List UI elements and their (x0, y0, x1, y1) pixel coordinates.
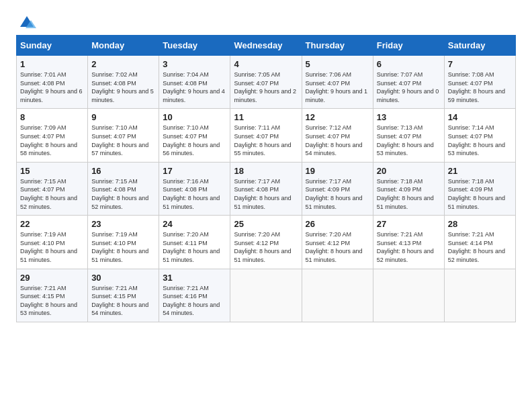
day-number: 7 (448, 59, 512, 69)
week-row-4: 22Sunrise: 7:19 AM Sunset: 4:10 PM Dayli… (17, 216, 516, 269)
day-info: Sunrise: 7:16 AM Sunset: 4:08 PM Dayligh… (163, 177, 226, 211)
day-info: Sunrise: 7:20 AM Sunset: 4:11 PM Dayligh… (163, 230, 226, 264)
calendar-cell: 27Sunrise: 7:21 AM Sunset: 4:13 PM Dayli… (373, 216, 444, 269)
day-info: Sunrise: 7:05 AM Sunset: 4:07 PM Dayligh… (234, 71, 298, 104)
calendar-cell: 6Sunrise: 7:07 AM Sunset: 4:07 PM Daylig… (373, 56, 444, 109)
day-number: 14 (448, 112, 512, 122)
week-row-2: 8Sunrise: 7:09 AM Sunset: 4:07 PM Daylig… (17, 109, 516, 162)
week-row-1: 1Sunrise: 7:01 AM Sunset: 4:08 PM Daylig… (17, 56, 516, 109)
week-row-5: 29Sunrise: 7:21 AM Sunset: 4:15 PM Dayli… (17, 269, 516, 322)
day-info: Sunrise: 7:17 AM Sunset: 4:08 PM Dayligh… (234, 177, 298, 211)
day-number: 9 (91, 112, 155, 122)
day-number: 3 (163, 59, 226, 69)
calendar-cell: 23Sunrise: 7:19 AM Sunset: 4:10 PM Dayli… (88, 216, 159, 269)
calendar-cell: 12Sunrise: 7:12 AM Sunset: 4:07 PM Dayli… (302, 109, 373, 162)
calendar-cell: 18Sunrise: 7:17 AM Sunset: 4:08 PM Dayli… (230, 162, 302, 215)
day-number: 18 (234, 166, 298, 176)
header (16, 13, 516, 28)
day-info: Sunrise: 7:15 AM Sunset: 4:08 PM Dayligh… (91, 177, 155, 211)
day-info: Sunrise: 7:20 AM Sunset: 4:12 PM Dayligh… (234, 230, 298, 264)
day-info: Sunrise: 7:20 AM Sunset: 4:12 PM Dayligh… (306, 230, 369, 264)
day-info: Sunrise: 7:19 AM Sunset: 4:10 PM Dayligh… (20, 230, 84, 264)
calendar-cell: 13Sunrise: 7:13 AM Sunset: 4:07 PM Dayli… (373, 109, 444, 162)
day-info: Sunrise: 7:21 AM Sunset: 4:15 PM Dayligh… (20, 284, 84, 318)
day-info: Sunrise: 7:14 AM Sunset: 4:07 PM Dayligh… (448, 124, 512, 157)
day-number: 6 (377, 59, 441, 69)
day-info: Sunrise: 7:07 AM Sunset: 4:07 PM Dayligh… (377, 71, 441, 104)
calendar-cell: 24Sunrise: 7:20 AM Sunset: 4:11 PM Dayli… (159, 216, 230, 269)
day-number: 30 (91, 273, 155, 283)
day-number: 13 (377, 112, 441, 122)
calendar-cell: 30Sunrise: 7:21 AM Sunset: 4:15 PM Dayli… (88, 269, 159, 322)
day-number: 25 (234, 219, 298, 229)
calendar-cell: 28Sunrise: 7:21 AM Sunset: 4:14 PM Dayli… (444, 216, 515, 269)
day-number: 20 (377, 166, 441, 176)
day-info: Sunrise: 7:21 AM Sunset: 4:15 PM Dayligh… (91, 284, 155, 318)
calendar-cell: 14Sunrise: 7:14 AM Sunset: 4:07 PM Dayli… (444, 109, 515, 162)
day-number: 2 (91, 59, 155, 69)
calendar-cell: 7Sunrise: 7:08 AM Sunset: 4:07 PM Daylig… (444, 56, 515, 109)
day-number: 19 (306, 166, 369, 176)
day-number: 16 (91, 166, 155, 176)
calendar-cell: 17Sunrise: 7:16 AM Sunset: 4:08 PM Dayli… (159, 162, 230, 215)
day-info: Sunrise: 7:17 AM Sunset: 4:09 PM Dayligh… (306, 177, 369, 211)
calendar-cell: 19Sunrise: 7:17 AM Sunset: 4:09 PM Dayli… (302, 162, 373, 215)
day-info: Sunrise: 7:06 AM Sunset: 4:07 PM Dayligh… (306, 71, 369, 104)
day-header-saturday: Saturday (444, 36, 515, 56)
day-info: Sunrise: 7:02 AM Sunset: 4:08 PM Dayligh… (91, 71, 155, 104)
calendar-cell (302, 269, 373, 322)
day-number: 8 (20, 112, 84, 122)
day-info: Sunrise: 7:18 AM Sunset: 4:09 PM Dayligh… (448, 177, 512, 211)
calendar-cell: 26Sunrise: 7:20 AM Sunset: 4:12 PM Dayli… (302, 216, 373, 269)
calendar-cell: 15Sunrise: 7:15 AM Sunset: 4:07 PM Dayli… (17, 162, 88, 215)
day-number: 22 (20, 219, 84, 229)
day-number: 23 (91, 219, 155, 229)
day-header-sunday: Sunday (17, 36, 88, 56)
calendar-cell: 8Sunrise: 7:09 AM Sunset: 4:07 PM Daylig… (17, 109, 88, 162)
logo-icon (17, 13, 36, 32)
calendar-cell: 11Sunrise: 7:11 AM Sunset: 4:07 PM Dayli… (230, 109, 302, 162)
day-number: 10 (163, 112, 226, 122)
day-info: Sunrise: 7:11 AM Sunset: 4:07 PM Dayligh… (234, 124, 298, 157)
day-info: Sunrise: 7:21 AM Sunset: 4:13 PM Dayligh… (377, 230, 441, 264)
day-number: 24 (163, 219, 226, 229)
day-number: 21 (448, 166, 512, 176)
calendar-cell: 3Sunrise: 7:04 AM Sunset: 4:08 PM Daylig… (159, 56, 230, 109)
day-number: 26 (306, 219, 369, 229)
day-number: 12 (306, 112, 369, 122)
calendar-cell: 16Sunrise: 7:15 AM Sunset: 4:08 PM Dayli… (88, 162, 159, 215)
day-info: Sunrise: 7:21 AM Sunset: 4:14 PM Dayligh… (448, 230, 512, 264)
calendar-cell: 5Sunrise: 7:06 AM Sunset: 4:07 PM Daylig… (302, 56, 373, 109)
day-header-wednesday: Wednesday (230, 36, 302, 56)
day-number: 11 (234, 112, 298, 122)
calendar-cell: 1Sunrise: 7:01 AM Sunset: 4:08 PM Daylig… (17, 56, 88, 109)
day-header-tuesday: Tuesday (159, 36, 230, 56)
calendar-cell: 2Sunrise: 7:02 AM Sunset: 4:08 PM Daylig… (88, 56, 159, 109)
calendar-cell: 4Sunrise: 7:05 AM Sunset: 4:07 PM Daylig… (230, 56, 302, 109)
day-header-monday: Monday (88, 36, 159, 56)
day-number: 29 (20, 273, 84, 283)
day-number: 15 (20, 166, 84, 176)
day-info: Sunrise: 7:10 AM Sunset: 4:07 PM Dayligh… (163, 124, 226, 157)
day-number: 1 (20, 59, 84, 69)
day-number: 4 (234, 59, 298, 69)
day-info: Sunrise: 7:15 AM Sunset: 4:07 PM Dayligh… (20, 177, 84, 211)
day-info: Sunrise: 7:12 AM Sunset: 4:07 PM Dayligh… (306, 124, 369, 157)
day-info: Sunrise: 7:21 AM Sunset: 4:16 PM Dayligh… (163, 284, 226, 318)
week-row-3: 15Sunrise: 7:15 AM Sunset: 4:07 PM Dayli… (17, 162, 516, 215)
calendar-cell: 10Sunrise: 7:10 AM Sunset: 4:07 PM Dayli… (159, 109, 230, 162)
calendar-cell: 9Sunrise: 7:10 AM Sunset: 4:07 PM Daylig… (88, 109, 159, 162)
day-info: Sunrise: 7:19 AM Sunset: 4:10 PM Dayligh… (91, 230, 155, 264)
day-number: 27 (377, 219, 441, 229)
day-header-thursday: Thursday (302, 36, 373, 56)
day-info: Sunrise: 7:10 AM Sunset: 4:07 PM Dayligh… (91, 124, 155, 157)
day-info: Sunrise: 7:18 AM Sunset: 4:09 PM Dayligh… (377, 177, 441, 211)
calendar-cell (230, 269, 302, 322)
logo (16, 13, 36, 28)
calendar-cell: 25Sunrise: 7:20 AM Sunset: 4:12 PM Dayli… (230, 216, 302, 269)
day-info: Sunrise: 7:01 AM Sunset: 4:08 PM Dayligh… (20, 71, 84, 104)
day-number: 31 (163, 273, 226, 283)
day-info: Sunrise: 7:04 AM Sunset: 4:08 PM Dayligh… (163, 71, 226, 104)
calendar-cell: 20Sunrise: 7:18 AM Sunset: 4:09 PM Dayli… (373, 162, 444, 215)
calendar-cell (373, 269, 444, 322)
